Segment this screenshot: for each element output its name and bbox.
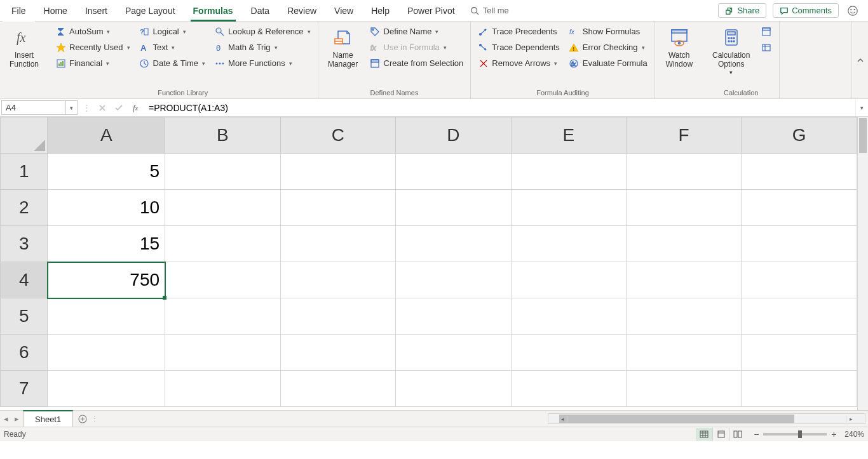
cell-f5[interactable] [626, 298, 741, 335]
view-page-layout-button[interactable] [712, 428, 729, 441]
tab-power-pivot[interactable]: Power Pivot [398, 0, 464, 22]
logical-button[interactable]: ?Logical▾ [136, 24, 209, 39]
cell-b6[interactable] [165, 335, 280, 371]
cell-e3[interactable] [511, 226, 626, 262]
name-manager-button[interactable]: Name Manager [322, 23, 364, 69]
cell-g7[interactable] [742, 371, 857, 407]
watch-window-button[interactable]: Watch Window [659, 23, 700, 69]
enter-formula-button[interactable] [111, 99, 127, 116]
row-header-3[interactable]: 3 [1, 226, 48, 262]
zoom-in-button[interactable]: + [829, 429, 838, 439]
cell-d4[interactable] [396, 262, 512, 298]
cell-a1[interactable]: 5 [48, 154, 165, 190]
feedback-button[interactable] [845, 3, 860, 18]
select-all-corner[interactable] [1, 117, 48, 154]
cell-e7[interactable] [511, 371, 626, 407]
autosum-button[interactable]: AutoSum▾ [52, 24, 133, 39]
cell-b1[interactable] [165, 154, 280, 190]
define-name-button[interactable]: Define Name▾ [367, 24, 467, 39]
datetime-button[interactable]: Date & Time▾ [136, 56, 209, 70]
name-box[interactable]: A4 ▾ [1, 100, 78, 115]
horizontal-scrollbar-thumb[interactable] [559, 415, 794, 423]
cell-d6[interactable] [396, 335, 512, 371]
hscroll-right-icon[interactable]: ▸ [846, 416, 855, 422]
tab-page-layout[interactable]: Page Layout [116, 0, 184, 22]
create-from-selection-button[interactable]: Create from Selection [367, 56, 467, 70]
cell-g4[interactable] [742, 262, 857, 298]
vertical-scrollbar-thumb[interactable] [859, 118, 867, 153]
tell-me-search[interactable]: Tell me [464, 6, 515, 15]
mathtrig-button[interactable]: θMath & Trig▾ [211, 40, 314, 55]
tab-help[interactable]: Help [362, 0, 398, 22]
view-page-break-button[interactable] [729, 428, 745, 441]
cell-g3[interactable] [742, 226, 857, 262]
row-header-6[interactable]: 6 [1, 335, 48, 371]
cell-f6[interactable] [626, 335, 741, 371]
cell-b5[interactable] [165, 298, 280, 335]
horizontal-scrollbar[interactable]: ◂ ▸ [548, 413, 865, 424]
zoom-slider-thumb[interactable] [798, 430, 802, 438]
cell-c5[interactable] [280, 298, 396, 335]
worksheet-grid[interactable]: A B C D E F G 15 210 315 4750 5 6 7 [0, 117, 857, 407]
cancel-formula-button[interactable] [94, 99, 111, 116]
cell-c7[interactable] [280, 371, 396, 407]
formula-bar-expand[interactable]: ▾ [855, 99, 868, 116]
view-normal-button[interactable] [696, 428, 712, 441]
cell-c1[interactable] [280, 154, 396, 190]
cell-e4[interactable] [511, 262, 626, 298]
col-header-f[interactable]: F [626, 117, 741, 154]
cell-e6[interactable] [511, 335, 626, 371]
cell-a7[interactable] [48, 371, 165, 407]
calc-sheet-button[interactable] [758, 40, 775, 55]
name-box-dropdown[interactable]: ▾ [65, 101, 77, 115]
sheet-nav-next[interactable]: ▸ [15, 414, 19, 423]
cell-b4[interactable] [165, 262, 280, 298]
comments-button[interactable]: Comments [773, 3, 839, 18]
tab-review[interactable]: Review [278, 0, 325, 22]
lookup-button[interactable]: Lookup & Reference▾ [211, 24, 314, 39]
share-button[interactable]: Share [718, 3, 766, 18]
cell-d3[interactable] [396, 226, 512, 262]
tab-home[interactable]: Home [35, 0, 76, 22]
recently-used-button[interactable]: Recently Used▾ [52, 40, 133, 55]
tab-file[interactable]: File [3, 0, 35, 22]
col-header-d[interactable]: D [396, 117, 512, 154]
cell-b7[interactable] [165, 371, 280, 407]
cell-b3[interactable] [165, 226, 280, 262]
cell-c4[interactable] [280, 262, 396, 298]
cell-g5[interactable] [742, 298, 857, 335]
cell-a6[interactable] [48, 335, 165, 371]
cell-d7[interactable] [396, 371, 512, 407]
tab-data[interactable]: Data [242, 0, 279, 22]
cell-f2[interactable] [626, 190, 741, 226]
row-header-5[interactable]: 5 [1, 298, 48, 335]
cell-a2[interactable]: 10 [48, 190, 165, 226]
calculation-options-button[interactable]: Calculation Options▾ [707, 23, 756, 76]
insert-function-button[interactable]: fx Insert Function [4, 23, 44, 69]
col-header-g[interactable]: G [742, 117, 857, 154]
cell-d5[interactable] [396, 298, 512, 335]
more-functions-button[interactable]: More Functions▾ [211, 56, 314, 70]
cell-f3[interactable] [626, 226, 741, 262]
cell-c2[interactable] [280, 190, 396, 226]
cell-e2[interactable] [511, 190, 626, 226]
tab-scroll-splitter[interactable]: ⋮ [92, 411, 97, 427]
formula-input[interactable] [144, 99, 855, 116]
show-formulas-button[interactable]: fxShow Formulas [566, 24, 651, 39]
trace-precedents-button[interactable]: Trace Precedents [475, 24, 562, 39]
row-header-1[interactable]: 1 [1, 154, 48, 190]
cell-a5[interactable] [48, 298, 165, 335]
tab-insert[interactable]: Insert [76, 0, 116, 22]
col-header-b[interactable]: B [165, 117, 280, 154]
row-header-2[interactable]: 2 [1, 190, 48, 226]
zoom-level[interactable]: 240% [844, 430, 864, 439]
name-box-resize[interactable]: ⋮ [79, 99, 94, 116]
fx-button[interactable]: fx [127, 99, 144, 116]
zoom-out-button[interactable]: − [752, 429, 761, 439]
col-header-e[interactable]: E [511, 117, 626, 154]
cell-f4[interactable] [626, 262, 741, 298]
vertical-scrollbar[interactable] [857, 117, 868, 410]
cell-e5[interactable] [511, 298, 626, 335]
cell-g6[interactable] [742, 335, 857, 371]
cell-c6[interactable] [280, 335, 396, 371]
